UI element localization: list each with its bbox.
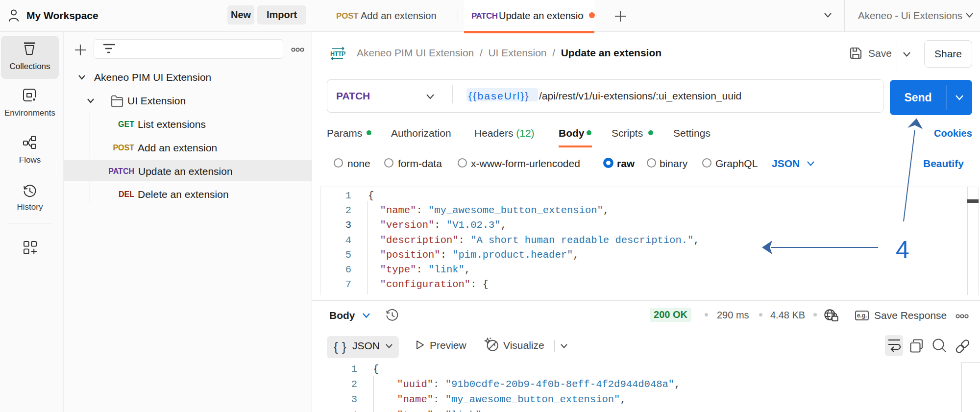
svg-text:HTTP: HTTP: [330, 50, 345, 57]
svg-text:4: 4: [896, 236, 909, 262]
